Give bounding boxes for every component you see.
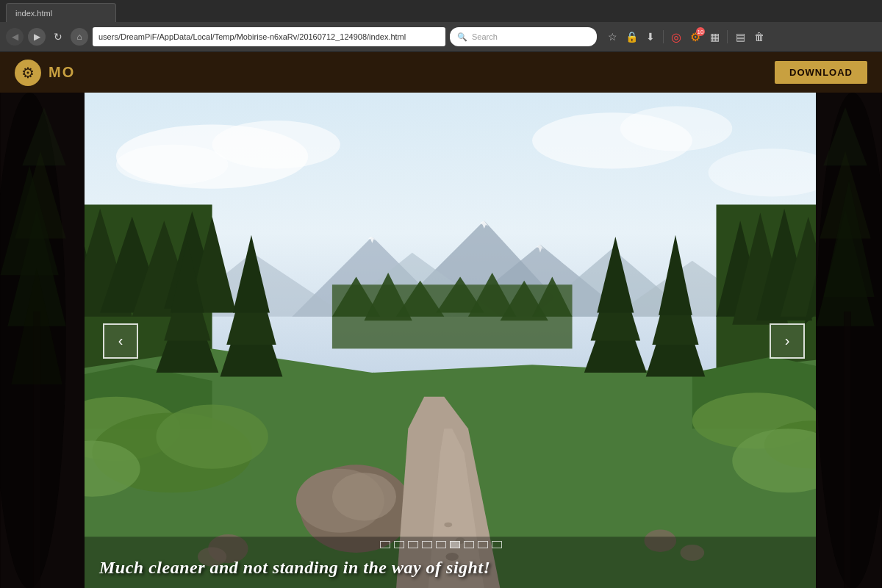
separator: [663, 30, 664, 43]
slideshow: [85, 93, 816, 588]
caption-text: Much cleaner and not standing in the way…: [99, 558, 490, 577]
forward-button[interactable]: ▶: [28, 28, 46, 46]
carousel-next-button[interactable]: ›: [770, 323, 805, 359]
browser-chrome: index.html ◀ ▶ ↻ ⌂ users/DreamPiF/AppDat…: [0, 0, 882, 52]
trash-icon: 🗑: [754, 31, 764, 43]
dot-3[interactable]: [408, 541, 418, 548]
opera-button[interactable]: ◎: [668, 29, 684, 45]
home-icon: ⌂: [76, 32, 82, 42]
browser-tab[interactable]: index.html: [6, 3, 116, 22]
download-nav-icon: ⬇: [646, 31, 655, 43]
next-icon: ›: [785, 332, 790, 349]
main-content: ⚙ MO DOWNLOAD: [0, 52, 882, 588]
trash-button[interactable]: 🗑: [751, 29, 767, 45]
app-title: MO: [49, 64, 75, 81]
url-text: users/DreamPiF/AppData/Local/Temp/Mobiri…: [98, 32, 406, 41]
dot-5[interactable]: [436, 541, 446, 548]
lock-icon: 🔒: [625, 31, 638, 43]
menu-icon: ▦: [710, 31, 720, 43]
search-icon: 🔍: [457, 32, 467, 42]
extensions-button[interactable]: ⚙ 10: [687, 29, 703, 45]
toolbar-icons: ☆ 🔒 ⬇ ◎ ⚙ 10 ▦ ▤ 🗑: [604, 29, 767, 45]
notification-badge: 10: [696, 27, 705, 36]
browser-toolbar: ◀ ▶ ↻ ⌂ users/DreamPiF/AppData/Local/Tem…: [0, 22, 882, 51]
prev-icon: ‹: [118, 332, 123, 349]
speed-dial-icon: ▤: [736, 31, 745, 43]
slideshow-caption: Much cleaner and not standing in the way…: [85, 558, 816, 578]
url-bar[interactable]: users/DreamPiF/AppData/Local/Temp/Mobiri…: [93, 27, 445, 46]
dots-container: [380, 541, 502, 548]
svg-point-18: [116, 145, 228, 184]
app-logo: ⚙ MO: [15, 60, 75, 86]
left-forest-svg: [0, 93, 85, 588]
landscape-image: [85, 93, 816, 588]
dot-4[interactable]: [422, 541, 432, 548]
menu-button[interactable]: ▦: [706, 29, 723, 45]
back-button[interactable]: ◀: [6, 28, 24, 46]
slideshow-container: ‹ › Much cleaner and not standing in the…: [0, 93, 882, 588]
dot-1[interactable]: [380, 541, 390, 548]
bookmark-button[interactable]: ☆: [604, 29, 620, 45]
app-header: ⚙ MO DOWNLOAD: [0, 52, 882, 93]
search-placeholder: Search: [472, 32, 498, 41]
tab-title: index.html: [15, 9, 52, 18]
reload-icon: ↻: [54, 31, 62, 43]
opera-icon: ◎: [671, 30, 681, 44]
dot-6[interactable]: [450, 541, 460, 548]
svg-point-70: [444, 523, 452, 528]
download-nav-button[interactable]: ⬇: [642, 29, 659, 45]
separator2: [727, 30, 728, 43]
bookmark-icon: ☆: [608, 31, 617, 43]
side-panel-left: [0, 93, 85, 588]
svg-point-65: [332, 473, 396, 520]
dot-7[interactable]: [464, 541, 474, 548]
svg-point-59: [156, 405, 268, 469]
svg-rect-13: [844, 312, 851, 588]
reload-button[interactable]: ↻: [50, 29, 66, 45]
browser-tabs: index.html: [0, 0, 882, 22]
speed-dial-button[interactable]: ▤: [732, 29, 748, 45]
home-button[interactable]: ⌂: [71, 28, 88, 46]
dot-2[interactable]: [394, 541, 404, 548]
svg-point-17: [212, 121, 340, 168]
search-bar[interactable]: 🔍 Search: [450, 27, 597, 46]
download-button[interactable]: DOWNLOAD: [775, 61, 867, 84]
carousel-prev-button[interactable]: ‹: [103, 323, 138, 359]
svg-point-20: [620, 107, 732, 151]
back-icon: ◀: [12, 32, 18, 42]
lock-button[interactable]: 🔒: [623, 29, 639, 45]
right-forest-svg: [816, 93, 882, 588]
side-panel-right: [816, 93, 882, 588]
app-gear-icon: ⚙: [15, 60, 41, 86]
dot-8[interactable]: [478, 541, 488, 548]
dot-9[interactable]: [492, 541, 502, 548]
forward-icon: ▶: [34, 32, 40, 42]
